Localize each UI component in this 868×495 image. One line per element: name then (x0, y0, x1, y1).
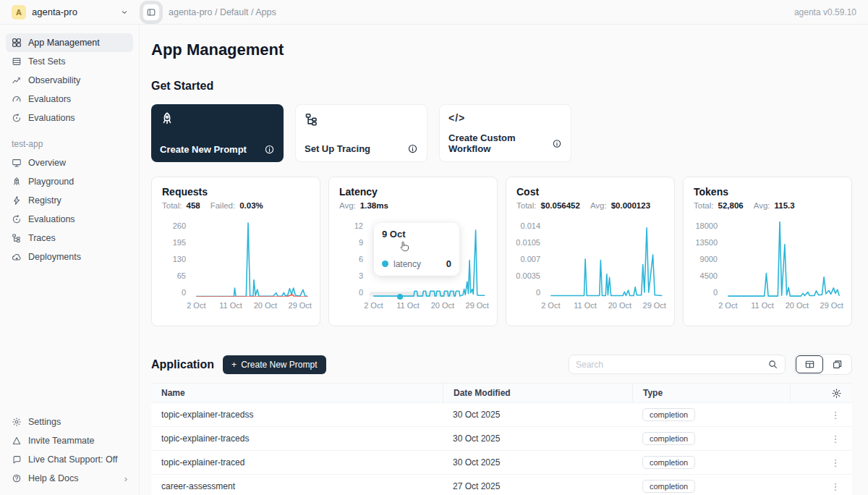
create-new-prompt-card[interactable]: Create New Prompt (151, 104, 284, 162)
type-badge: completion (642, 432, 695, 445)
type-badge: completion (642, 456, 695, 469)
card-label: Create New Prompt (160, 144, 247, 155)
monitor-icon (12, 158, 22, 168)
sidebar-item-observability[interactable]: Observability (6, 71, 133, 90)
sidebar-item-live-chat[interactable]: Live Chat Support: Off (6, 450, 133, 469)
search-input[interactable] (576, 360, 767, 370)
info-icon[interactable] (264, 144, 275, 155)
sidebar: App Management Test Sets Observability E… (0, 25, 140, 495)
sidebar-item-help-docs[interactable]: Help & Docs › (6, 469, 133, 488)
tooltip-series-name: latency (393, 259, 421, 269)
info-icon[interactable] (407, 143, 418, 154)
app-name: topic-explainer-traceds (151, 433, 443, 444)
app-name: career-assessment (151, 481, 443, 491)
search-icon[interactable] (767, 359, 778, 370)
sidebar-item-settings[interactable]: Settings (6, 412, 133, 431)
tree-icon (12, 233, 22, 243)
lightning-icon (12, 195, 22, 206)
table-view-button[interactable] (796, 355, 823, 373)
tracing-icon (305, 112, 319, 127)
tokens-chart-card: Tokens Total:52,806Avg:115.3 18000135009… (683, 177, 852, 326)
breadcrumb[interactable]: agenta-pro / Default / Apps (169, 7, 276, 17)
chevron-right-icon: › (124, 473, 127, 484)
column-header-name: Name (151, 384, 443, 402)
chart-stats: Total:458Failed:0.03% (162, 201, 310, 210)
cost-chart-card: Cost Total:$0.056452Avg:$0.000123 0.0140… (506, 177, 675, 326)
table-row[interactable]: topic-explainer-tracedss 30 Oct 2025 com… (151, 403, 852, 427)
sidebar-item-overview[interactable]: Overview (6, 153, 133, 172)
sidebar-item-playground[interactable]: Playground (6, 172, 133, 191)
cloud-icon (12, 252, 22, 262)
chat-icon (12, 454, 22, 465)
sidebar-item-traces[interactable]: Traces (6, 229, 133, 248)
row-menu-button[interactable]: ⋮ (829, 457, 842, 468)
sidebar-item-label: Traces (28, 233, 56, 243)
sidebar-item-label: Evaluations (28, 113, 75, 123)
sidebar-item-label: Deployments (28, 252, 81, 262)
sidebar-item-app-management[interactable]: App Management (6, 33, 133, 52)
row-menu-button[interactable]: ⋮ (829, 410, 842, 420)
sidebar-item-invite-teammate[interactable]: Invite Teammate (6, 431, 133, 450)
x-axis-tick: 11 Oct (751, 301, 774, 310)
table-row[interactable]: topic-explainer-traced 30 Oct 2025 compl… (151, 451, 852, 475)
workspace-avatar: A (12, 5, 26, 20)
x-axis: 2 Oct11 Oct20 Oct29 Oct (724, 301, 841, 312)
sidebar-item-label: App Management (28, 38, 100, 48)
table-settings-gear-icon[interactable] (831, 388, 842, 399)
card-view-button[interactable] (823, 355, 851, 373)
workspace-selector[interactable]: A agenta-pro (0, 5, 140, 20)
row-menu-button[interactable]: ⋮ (829, 433, 842, 444)
x-axis-tick: 2 Oct (187, 301, 205, 310)
x-axis-tick: 20 Oct (431, 301, 454, 310)
chart-title: Latency (339, 186, 487, 198)
view-toggle (794, 354, 852, 375)
table-row[interactable]: topic-explainer-traceds 30 Oct 2025 comp… (151, 427, 852, 451)
grid-icon (12, 38, 22, 48)
create-custom-workflow-card[interactable]: </> Create Custom Workflow (439, 104, 571, 162)
sidebar-item-evaluations[interactable]: Evaluations (6, 109, 133, 127)
plus-icon: + (231, 360, 237, 370)
y-axis-tick: 13500 (695, 238, 718, 247)
stat-label: Avg: (754, 201, 770, 210)
set-up-tracing-card[interactable]: Set Up Tracing (295, 104, 427, 162)
row-menu-button[interactable]: ⋮ (829, 481, 842, 492)
sidebar-item-registry[interactable]: Registry (6, 191, 133, 210)
application-heading: Application (151, 358, 214, 371)
sidebar-item-label: Help & Docs (28, 473, 78, 483)
y-axis: 0.0140.01050.0070.00350 (516, 221, 547, 297)
app-section-label: test-app (12, 139, 127, 149)
x-axis-tick: 29 Oct (643, 301, 666, 310)
card-view-icon (832, 359, 843, 370)
stat-label: Avg: (339, 201, 356, 210)
table-row[interactable]: career-assessment 27 Oct 2025 completion… (151, 475, 852, 495)
create-new-prompt-button[interactable]: + Create New Prompt (223, 355, 326, 374)
hand-pointer-cursor-icon (399, 240, 411, 253)
info-icon[interactable] (552, 138, 562, 149)
sidebar-item-label: Invite Teammate (28, 436, 94, 446)
column-header-type: Type (632, 384, 790, 402)
sidebar-item-evaluators[interactable]: Evaluators (6, 90, 133, 109)
sidebar-collapse-button[interactable] (142, 4, 160, 21)
chart-title: Requests (162, 186, 310, 198)
main-content: App Management Get Started Create New Pr… (140, 25, 868, 495)
x-axis: 2 Oct11 Oct20 Oct29 Oct (547, 301, 664, 312)
app-name: topic-explainer-traced (151, 457, 443, 468)
table-header: Name Date Modified Type (151, 383, 852, 403)
x-axis-tick: 29 Oct (289, 301, 312, 310)
sidebar-item-label: Test Sets (28, 56, 65, 67)
chart-stats: Avg:1.38ms (339, 201, 487, 210)
x-axis-tick: 11 Oct (574, 301, 597, 310)
x-axis-tick: 29 Oct (466, 301, 489, 310)
application-header-row: Application + Create New Prompt (151, 354, 852, 375)
workspace-name: agenta-pro (32, 7, 114, 17)
y-axis-tick: 3 (359, 271, 363, 280)
invite-icon (12, 436, 22, 446)
create-button-label: Create New Prompt (241, 360, 317, 370)
chart-stats: Total:$0.056452Avg:$0.000123 (516, 201, 664, 210)
sidebar-item-evaluations-app[interactable]: Evaluations (6, 210, 133, 229)
sidebar-item-deployments[interactable]: Deployments (6, 248, 133, 266)
sidebar-item-test-sets[interactable]: Test Sets (6, 52, 133, 71)
series-dot-icon (382, 261, 388, 267)
metrics-charts: Requests Total:458Failed:0.03% 260195130… (151, 177, 852, 326)
y-axis-tick: 0 (182, 288, 186, 297)
